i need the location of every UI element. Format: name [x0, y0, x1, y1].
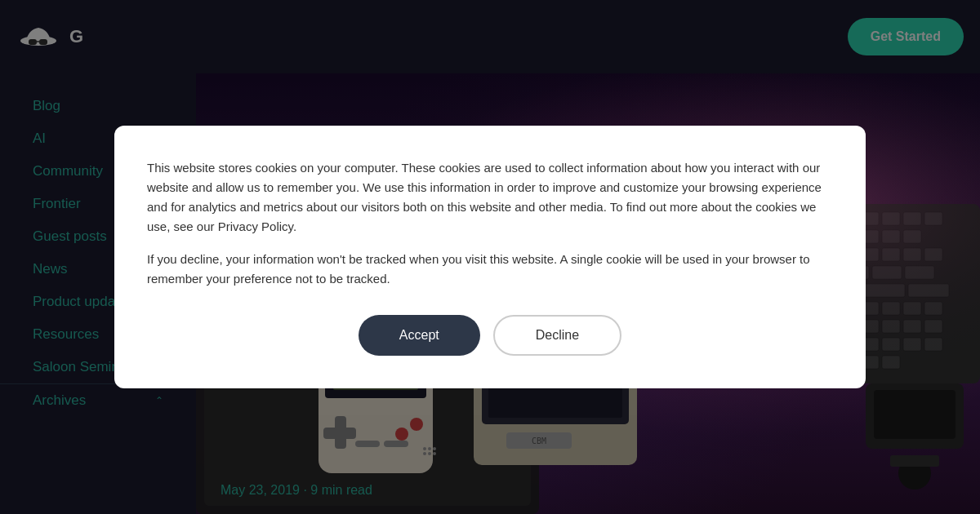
modal-overlay: This website stores cookies on your comp…: [0, 0, 980, 514]
decline-button[interactable]: Decline: [493, 315, 621, 356]
cookie-body-1: This website stores cookies on your comp…: [147, 158, 833, 237]
accept-button[interactable]: Accept: [359, 315, 480, 356]
cookie-buttons: Accept Decline: [147, 315, 833, 356]
cookie-body-2: If you decline, your information won't b…: [147, 250, 833, 289]
cookie-modal: This website stores cookies on your comp…: [114, 126, 866, 388]
